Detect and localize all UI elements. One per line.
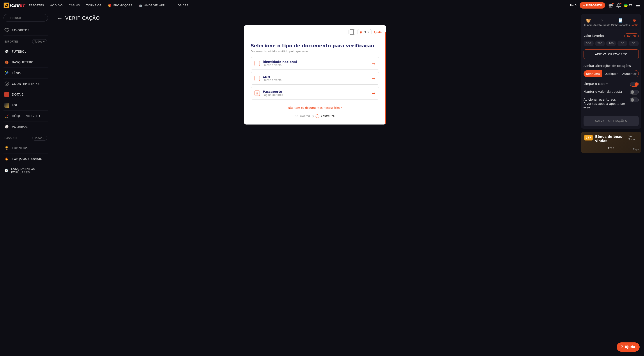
tab-aposta-rapida[interactable]: ⚡Aposta rápida (594, 18, 610, 27)
doc-option-passport[interactable]: ▯ Passaporte Página de fotos → (251, 87, 379, 100)
sidebar-top-jogos[interactable]: 🔥TOP JOGOS BRASIL (4, 153, 48, 164)
menu-icon[interactable] (635, 3, 640, 8)
mobile-icon[interactable] (348, 29, 355, 35)
toggle-adicionar-label: Adicionar evento aos favoritos após a ap… (584, 98, 627, 111)
search-box[interactable] (4, 14, 48, 22)
gift-badge (612, 3, 614, 4)
arrow-right-icon: → (372, 76, 375, 81)
torneios-label: TORNEIOS (12, 146, 28, 150)
nav-esportes[interactable]: ESPORTES (29, 4, 44, 7)
tab-cupom-label: Cupom (584, 24, 592, 27)
logo-d: D (4, 3, 10, 8)
balance: R$ 0 (570, 4, 576, 7)
search-input[interactable] (8, 16, 47, 20)
doc-id-name: identidade nacional (263, 60, 369, 64)
sidebar-lancamentos[interactable]: 🕐LANÇAMENTOS POPULARES (4, 164, 48, 177)
seg-aumentar[interactable]: Aumentar (620, 70, 638, 77)
tab-rapida-label: Aposta rápida (594, 24, 610, 27)
deposit-button[interactable]: +DEPÓSITO (580, 2, 605, 9)
betslip-box: 🧺Cupom ⚡Aposta rápida 🧾Minhas apostas ⚙C… (581, 14, 641, 129)
seg-qualquer[interactable]: Qualquer (602, 70, 620, 77)
svg-point-7 (5, 82, 9, 86)
amount-30[interactable]: 30 (629, 41, 639, 46)
basquetebol-label: BASQUETEBOL (12, 61, 35, 64)
hoquei-label: HÓQUEI NO GELO (12, 114, 40, 118)
ver-tudo-link[interactable]: Ver Tudo (629, 135, 638, 141)
toggle-adicionar[interactable] (630, 98, 639, 102)
section-casino: CASSINO Todos ▾ (4, 134, 48, 143)
card-help-link[interactable]: Ajuda (374, 31, 382, 34)
nav-android[interactable]: 🤖ANDROID APP (138, 3, 165, 8)
toggle-limpar-label: Limpar o cupom (584, 82, 627, 86)
sidebar-lol[interactable]: LOL (4, 100, 48, 111)
language-selector[interactable]: PT (624, 4, 632, 7)
betslip-tabs: 🧺Cupom ⚡Aposta rápida 🧾Minhas apostas ⚙C… (584, 17, 639, 30)
tab-minhas-apostas[interactable]: 🧾Minhas apostas (611, 18, 630, 27)
powered-by: © Powered By ◯ ShuftiPro (251, 114, 379, 118)
card-scrollbar[interactable] (385, 32, 386, 125)
edit-button[interactable]: EDITAR (624, 33, 639, 38)
license-icon: ▭ (254, 76, 260, 81)
doc-option-cnh[interactable]: ▭ CNH Frente e verso → (251, 72, 379, 85)
receipt-icon: 🧾 (618, 18, 623, 23)
back-arrow-icon[interactable]: ← (58, 16, 62, 21)
toggle-manter[interactable] (630, 90, 639, 95)
tab-config[interactable]: ⚙Config (631, 18, 638, 27)
card-header: ◉Pt▾ Ajuda (244, 25, 386, 39)
sidebar-torneios[interactable]: 🏆TORNEIOS (4, 143, 48, 153)
amount-200[interactable]: 200 (595, 41, 605, 46)
tab-cupom[interactable]: 🧺Cupom (584, 18, 592, 27)
bonus-card[interactable]: 777 Bônus de boas-vindas Ver Tudo Free E… (581, 132, 641, 153)
sidebar-favorites[interactable]: FAVORITOS (4, 25, 48, 36)
sidebar-dota[interactable]: DOTA 2 (4, 89, 48, 100)
bell-badge (620, 3, 622, 4)
casino-filter-chip[interactable]: Todos ▾ (32, 136, 47, 141)
help-fab[interactable]: ? Ajuda (616, 342, 640, 351)
section-sports: ESPORTES Todos ▾ (4, 37, 48, 46)
nav-torneios[interactable]: TORNEIOS (86, 4, 102, 7)
arrow-right-icon: → (372, 91, 375, 96)
verify-subtitle: Documento válido emitido pelo governo (251, 50, 379, 53)
amount-100[interactable]: 100 (606, 41, 616, 46)
svg-point-8 (6, 83, 8, 84)
android-icon: 🤖 (138, 3, 143, 8)
save-button[interactable]: SALVAR ALTERAÇÕES (584, 116, 639, 126)
tennis-icon: 🎾 (4, 71, 9, 75)
bolt-icon: ⚡ (600, 18, 603, 23)
amount-500[interactable]: 500 (584, 41, 594, 46)
globe-icon: ◉ (360, 31, 362, 34)
no-docs-link[interactable]: Não tem os documentos necessários? (251, 106, 379, 109)
card-lang-selector[interactable]: ◉Pt▾ (357, 29, 372, 35)
cs-label: COUNTER-STRIKE (12, 82, 40, 86)
sidebar-voleibol[interactable]: 🏐VOLEIBOL (4, 121, 48, 132)
doc-cnh-hint: Frente e verso (263, 79, 369, 82)
doc-cnh-name: CNH (263, 75, 369, 79)
flag-icon (624, 4, 628, 7)
nav-promocoes[interactable]: 🎁PROMOÇÕES (108, 3, 132, 8)
nav-ao-vivo[interactable]: AO VIVO (50, 4, 63, 7)
verification-card: ◉Pt▾ Ajuda Selecione o tipo de documento… (244, 25, 386, 125)
add-favorite-button[interactable]: ADIC VALOR FAVORITO (584, 49, 639, 59)
help-fab-label: Ajuda (625, 345, 635, 349)
sidebar-tenis[interactable]: 🎾TÊNIS (4, 68, 48, 79)
lol-label: LOL (12, 104, 18, 107)
lancamentos-label: LANÇAMENTOS POPULARES (11, 167, 47, 174)
bell-icon[interactable] (616, 3, 621, 8)
nav-casino[interactable]: CASINO (69, 4, 80, 7)
gift-icon[interactable] (608, 3, 613, 8)
right-panel: 🧺Cupom ⚡Aposta rápida 🧾Minhas apostas ⚙C… (578, 11, 644, 356)
sidebar-basquetebol[interactable]: 🏀BASQUETEBOL (4, 57, 48, 68)
doc-option-id[interactable]: ▭ identidade nacional Frente e verso → (251, 57, 379, 70)
seg-nenhuma[interactable]: Nenhuma (584, 70, 602, 77)
nav-ios[interactable]: IOS APP (171, 3, 188, 8)
sidebar-hoquei[interactable]: 🏒HÓQUEI NO GELO (4, 111, 48, 121)
sports-filter-chip[interactable]: Todos ▾ (32, 39, 47, 44)
toggle-limpar[interactable] (630, 82, 639, 87)
logo[interactable]: DICEBET (4, 3, 25, 8)
sidebar-cs[interactable]: COUNTER-STRIKE (4, 79, 48, 89)
sidebar-futebol[interactable]: ⚽FUTEBOL (4, 46, 48, 57)
lang-label: PT (629, 4, 632, 7)
volleyball-icon: 🏐 (4, 124, 9, 129)
amount-50[interactable]: 50 (618, 41, 628, 46)
section-sports-label: ESPORTES (4, 40, 18, 43)
